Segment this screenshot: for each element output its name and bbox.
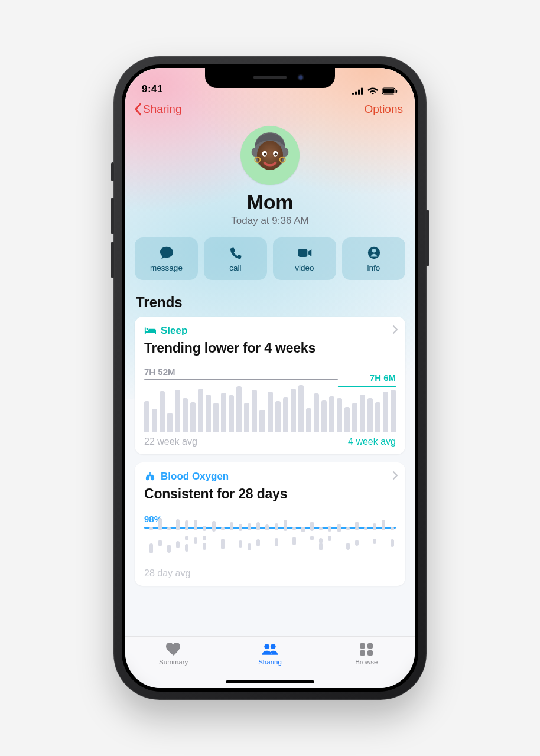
- svg-point-15: [367, 246, 379, 258]
- chart-bar: [306, 408, 311, 432]
- chart-bar: [259, 410, 265, 432]
- svg-rect-1: [355, 92, 357, 96]
- chart-dot: [346, 527, 350, 530]
- navbar: Sharing Options: [125, 96, 415, 122]
- chart-bar: [229, 395, 234, 432]
- chart-dot: [239, 525, 242, 531]
- video-button[interactable]: video: [273, 237, 336, 280]
- chart-bar: [337, 398, 342, 432]
- heart-icon: [165, 641, 183, 657]
- chart-dot: [382, 527, 385, 530]
- chart-bar: [275, 401, 281, 432]
- tab-summary[interactable]: Summary: [125, 641, 222, 688]
- chart-dot: [239, 540, 242, 547]
- chart-dot: [319, 543, 323, 550]
- chart-bar: [152, 409, 157, 432]
- action-row: message call video info: [125, 227, 415, 292]
- video-icon: [297, 246, 313, 260]
- tab-browse-label: Browse: [355, 659, 378, 666]
- people-icon: [261, 641, 279, 657]
- chart-dot: [248, 543, 251, 551]
- chart-dot: [176, 519, 180, 527]
- info-label: info: [367, 263, 380, 272]
- chart-dot: [149, 527, 153, 530]
- chart-dot: [212, 521, 216, 528]
- info-icon: [366, 246, 382, 260]
- chart-bar: [298, 385, 304, 432]
- chart-dot: [391, 527, 394, 530]
- chart-dot: [230, 522, 233, 529]
- contact-subtitle: Today at 9:36 AM: [231, 215, 308, 227]
- svg-rect-19: [360, 643, 365, 649]
- svg-rect-21: [360, 650, 365, 656]
- chart-dot: [158, 540, 162, 546]
- back-button[interactable]: Sharing: [134, 103, 182, 116]
- chart-dot: [185, 536, 188, 540]
- svg-rect-22: [367, 650, 373, 656]
- call-button[interactable]: call: [204, 237, 267, 280]
- chart-dot: [256, 539, 260, 545]
- chart-dot: [373, 523, 376, 530]
- chart-dot: [328, 536, 331, 540]
- svg-point-16: [372, 249, 375, 252]
- power-button: [426, 210, 429, 266]
- chart-dot: [265, 524, 269, 530]
- svg-rect-3: [361, 88, 363, 96]
- chart-dot: [194, 537, 197, 543]
- chart-bar: [344, 407, 350, 432]
- chart-dot: [373, 539, 376, 545]
- chart-dot: [221, 527, 225, 530]
- content-scroll[interactable]: Trends Sleep Trending lower for 4 weeks …: [125, 292, 415, 636]
- trends-title: Trends: [136, 294, 404, 311]
- options-button[interactable]: Options: [365, 103, 406, 116]
- chart-dot: [256, 522, 260, 529]
- chart-bar: [314, 393, 319, 432]
- chart-dot: [248, 523, 251, 530]
- svg-point-17: [264, 644, 269, 649]
- blood-oxygen-category-label: Blood Oxygen: [161, 471, 229, 483]
- chart-bar: [283, 397, 288, 432]
- chart-dot: [203, 543, 206, 550]
- sleep-card[interactable]: Sleep Trending lower for 4 weeks 7H 52M …: [135, 317, 405, 454]
- chart-dot: [292, 537, 296, 542]
- bed-icon: [144, 326, 156, 335]
- home-indicator[interactable]: [226, 680, 314, 683]
- sleep-chart: 7H 52M 7H 6M: [144, 367, 396, 432]
- svg-rect-0: [352, 93, 354, 95]
- svg-point-10: [264, 153, 266, 156]
- chart-bar: [160, 391, 165, 432]
- notch: [205, 68, 335, 88]
- chart-dot: [301, 527, 305, 532]
- chevron-left-icon: [134, 103, 142, 116]
- blood-oxygen-card[interactable]: Blood Oxygen Consistent for 28 days 98% …: [135, 462, 405, 586]
- chart-dot: [319, 527, 323, 530]
- chart-bar: [167, 413, 173, 432]
- blood-oxygen-category: Blood Oxygen: [144, 471, 396, 483]
- chart-bar: [198, 389, 203, 432]
- svg-rect-2: [358, 90, 360, 96]
- svg-rect-5: [383, 89, 395, 94]
- memoji-icon: [243, 128, 297, 183]
- volume-up-button: [111, 198, 114, 234]
- tab-summary-label: Summary: [159, 659, 188, 666]
- avatar[interactable]: [240, 126, 300, 185]
- grid-icon: [357, 641, 375, 657]
- sleep-old-avg-footer: 22 week avg: [144, 436, 197, 447]
- contact-header: Mom Today at 9:36 AM: [125, 122, 415, 227]
- message-button[interactable]: message: [135, 237, 198, 280]
- chart-bar: [367, 398, 373, 432]
- blood-oxygen-footer: 28 day avg: [144, 568, 396, 579]
- chart-dot: [337, 527, 341, 532]
- info-button[interactable]: info: [342, 237, 405, 280]
- chart-dot: [167, 527, 171, 530]
- chart-bar: [190, 402, 196, 432]
- blood-oxygen-chart: 98%: [144, 513, 396, 566]
- chart-bar: [360, 395, 365, 432]
- chart-bar: [268, 392, 273, 432]
- options-label: Options: [365, 103, 403, 115]
- tab-browse[interactable]: Browse: [318, 641, 415, 688]
- status-time: 9:41: [142, 83, 163, 95]
- chart-dot: [275, 538, 278, 544]
- chart-dot: [382, 520, 385, 527]
- svg-rect-6: [396, 90, 397, 93]
